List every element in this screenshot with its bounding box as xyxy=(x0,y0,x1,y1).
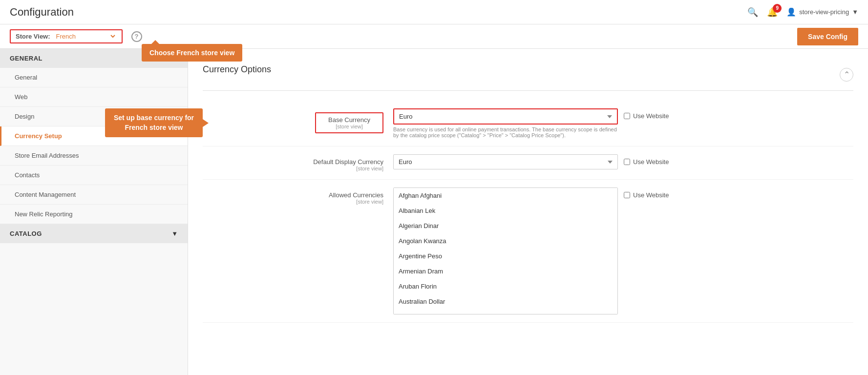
base-currency-use-website-checkbox[interactable] xyxy=(624,113,630,119)
header-right: 🔍 🔔 9 👤 store-view-pricing ▼ xyxy=(747,7,858,18)
currency-option-argentine-peso[interactable]: Argentine Peso xyxy=(394,249,617,264)
user-menu[interactable]: 👤 store-view-pricing ▼ xyxy=(786,7,858,17)
currency-option-algerian-dinar[interactable]: Algerian Dinar xyxy=(394,218,617,233)
default-display-currency-row: Default Display Currency [store view] Eu… xyxy=(203,146,853,180)
allowed-currencies-label-col: Allowed Currencies [store view] xyxy=(203,188,393,205)
display-currency-use-website: Use Website xyxy=(624,154,669,166)
allowed-currencies-use-website-label: Use Website xyxy=(633,191,669,199)
currency-option-afghan-afghani[interactable]: Afghan Afghani xyxy=(394,188,617,203)
sidebar-item-general[interactable]: General xyxy=(0,68,188,87)
base-currency-label-col: Base Currency [store view] xyxy=(315,108,393,133)
page-title: Configuration xyxy=(10,6,74,19)
main-content: Currency Options ⌃ Set up base currency … xyxy=(188,49,868,375)
collapse-button[interactable]: ⌃ xyxy=(840,68,853,82)
base-currency-callout: Set up base currency for French store vi… xyxy=(105,108,203,137)
top-header: Configuration 🔍 🔔 9 👤 store-view-pricing… xyxy=(0,0,868,24)
sidebar-catalog-title: CATALOG xyxy=(10,230,42,237)
sidebar-catalog-chevron-down: ▼ xyxy=(171,230,178,237)
currency-option-armenian-dram[interactable]: Armenian Dram xyxy=(394,264,617,279)
base-currency-field-wrapper: Euro US Dollar British Pound Base curren… xyxy=(393,108,618,138)
currency-options-title: Currency Options xyxy=(203,64,271,75)
sidebar: GENERAL ▲ General Web Design Currency Se… xyxy=(0,49,188,375)
allowed-currencies-control-col: Afghan Afghani Albanian Lek Algerian Din… xyxy=(393,188,853,314)
allowed-currencies-sub-label: [store view] xyxy=(203,199,383,205)
base-currency-label-box: Base Currency [store view] xyxy=(315,112,383,133)
base-currency-control-col: Euro US Dollar British Pound Base curren… xyxy=(393,108,853,138)
sidebar-general-title: GENERAL xyxy=(10,55,42,62)
allowed-currencies-row: Allowed Currencies [store view] Afghan A… xyxy=(203,180,853,323)
allowed-currencies-use-website: Use Website xyxy=(624,188,669,199)
base-currency-select[interactable]: Euro US Dollar British Pound xyxy=(393,108,618,125)
currency-option-aruban-florin[interactable]: Aruban Florin xyxy=(394,279,617,294)
sidebar-item-store-email[interactable]: Store Email Addresses xyxy=(0,146,188,166)
display-currency-label: Default Display Currency xyxy=(313,158,383,166)
display-currency-use-website-checkbox[interactable] xyxy=(624,159,630,165)
sidebar-item-new-relic[interactable]: New Relic Reporting xyxy=(0,205,188,224)
notification-badge: 9 xyxy=(773,4,782,13)
search-icon[interactable]: 🔍 xyxy=(747,7,758,18)
store-view-tooltip: Choose French store view xyxy=(142,44,242,62)
display-currency-label-col: Default Display Currency [store view] xyxy=(203,154,393,171)
user-avatar-icon: 👤 xyxy=(786,7,796,17)
store-view-selector[interactable]: Store View: French Default Store View xyxy=(10,29,123,43)
allowed-currencies-list[interactable]: Afghan Afghani Albanian Lek Algerian Din… xyxy=(393,188,618,314)
base-currency-hint: Base currency is used for all online pay… xyxy=(393,126,618,138)
allowed-currencies-label: Allowed Currencies xyxy=(329,191,383,199)
sidebar-item-web[interactable]: Web xyxy=(0,87,188,107)
display-currency-select[interactable]: Euro US Dollar xyxy=(393,154,618,169)
base-currency-row: Set up base currency for French store vi… xyxy=(203,101,853,146)
store-view-dropdown[interactable]: French Default Store View xyxy=(54,32,117,41)
store-view-label: Store View: xyxy=(16,33,50,40)
currency-option-australian-dollar[interactable]: Australian Dollar xyxy=(394,294,617,309)
base-currency-sub-label: [store view] xyxy=(321,124,378,129)
currency-option-angolan-kwanza[interactable]: Angolan Kwanza xyxy=(394,233,617,249)
main-layout: GENERAL ▲ General Web Design Currency Se… xyxy=(0,49,868,375)
display-currency-use-website-label: Use Website xyxy=(633,158,669,166)
user-menu-chevron: ▼ xyxy=(852,8,858,16)
base-currency-use-website: Use Website xyxy=(624,108,669,120)
currency-option-azerbaijani-manat[interactable]: Azerbaijani Manat xyxy=(394,309,617,314)
currency-option-albanian-lek[interactable]: Albanian Lek xyxy=(394,203,617,218)
user-name: store-view-pricing xyxy=(799,8,849,16)
display-currency-control-col: Euro US Dollar Use Website xyxy=(393,154,853,169)
section-header: Currency Options ⌃ xyxy=(203,59,853,91)
sidebar-catalog-header[interactable]: CATALOG ▼ xyxy=(0,224,188,243)
sub-header: Store View: French Default Store View ? … xyxy=(0,24,868,49)
base-currency-use-website-label: Use Website xyxy=(633,112,669,120)
save-config-button[interactable]: Save Config xyxy=(797,28,858,45)
callout-arrow xyxy=(203,119,209,127)
help-icon[interactable]: ? xyxy=(131,31,142,42)
display-currency-sub-label: [store view] xyxy=(203,166,383,171)
sidebar-item-content-management[interactable]: Content Management xyxy=(0,185,188,205)
base-currency-label: Base Currency xyxy=(328,116,370,124)
allowed-currencies-use-website-checkbox[interactable] xyxy=(624,192,630,198)
sidebar-item-contacts[interactable]: Contacts xyxy=(0,166,188,185)
notification-bell[interactable]: 🔔 9 xyxy=(767,7,778,18)
